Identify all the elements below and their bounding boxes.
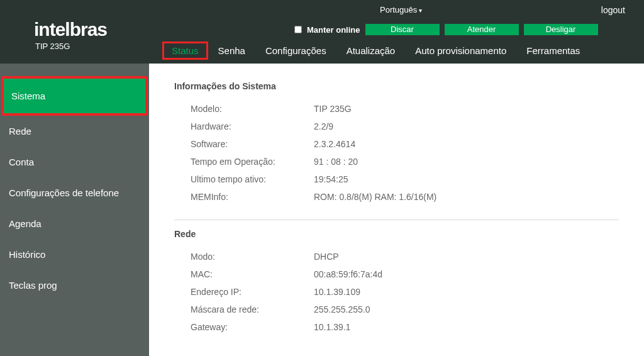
sidebar-item-phone-config[interactable]: Configurações de telefone <box>0 177 149 208</box>
value-mac: 00:a8:59:f6:7a:4d <box>314 269 382 279</box>
row-mac: MAC: 00:a8:59:f6:7a:4d <box>174 265 644 283</box>
tab-tools[interactable]: Ferramentas <box>516 42 590 59</box>
row-mode: Modo: DHCP <box>174 248 644 265</box>
sidebar-item-history[interactable]: Histórico <box>0 239 149 270</box>
section-network: Rede Modo: DHCP MAC: 00:a8:59:f6:7a:4d E… <box>174 229 644 336</box>
content: Informações do Sistema Modelo: TIP 235G … <box>149 64 644 356</box>
row-mask: Máscara de rede: 255.255.255.0 <box>174 301 644 318</box>
sidebar-item-system-wrap: Sistema <box>1 76 148 116</box>
row-hardware: Hardware: 2.2/9 <box>174 118 644 135</box>
label-gateway: Gateway: <box>174 322 314 332</box>
tab-status[interactable]: Status <box>162 42 208 60</box>
label-uptime: Tempo em Operação: <box>174 157 314 167</box>
row-gateway: Gateway: 10.1.39.1 <box>174 318 644 336</box>
sidebar-item-system[interactable]: Sistema <box>4 79 145 113</box>
main: Sistema Rede Conta Configurações de tele… <box>0 64 644 356</box>
value-uptime: 91 : 08 : 20 <box>314 157 358 167</box>
answer-button[interactable]: Atender <box>445 24 519 35</box>
row-uptime: Tempo em Operação: 91 : 08 : 20 <box>174 153 644 170</box>
model-label: TIP 235G <box>35 42 107 51</box>
section-system-info: Informações do Sistema Modelo: TIP 235G … <box>174 81 644 206</box>
value-ip: 10.1.39.109 <box>314 287 360 297</box>
sidebar-item-agenda[interactable]: Agenda <box>0 208 149 239</box>
value-last-active: 19:54:25 <box>314 174 348 184</box>
section-title-system: Informações do Sistema <box>174 81 644 91</box>
label-mac: MAC: <box>174 269 314 279</box>
language-selector[interactable]: Português <box>380 5 422 14</box>
keep-online-checkbox[interactable] <box>294 26 302 33</box>
label-meminfo: MEMInfo: <box>174 192 314 202</box>
keep-online-label: Manter online <box>307 25 360 35</box>
logout-link[interactable]: logout <box>601 5 625 15</box>
value-software: 2.3.2.4614 <box>314 139 355 149</box>
logo-block: intelbras TIP 235G <box>34 19 107 51</box>
dial-button[interactable]: Discar <box>365 24 440 35</box>
sidebar: Sistema Rede Conta Configurações de tele… <box>0 64 149 356</box>
value-mask: 255.255.255.0 <box>314 304 370 314</box>
tab-password[interactable]: Senha <box>208 42 255 59</box>
hangup-button[interactable]: Desligar <box>524 24 598 35</box>
sidebar-item-account[interactable]: Conta <box>0 147 149 177</box>
value-gateway: 10.1.39.1 <box>314 322 350 332</box>
label-ip: Endereço IP: <box>174 287 314 297</box>
value-mode: DHCP <box>314 252 339 262</box>
label-model: Modelo: <box>174 104 314 114</box>
value-meminfo: ROM: 0.8/8(M) RAM: 1.6/16(M) <box>314 192 436 202</box>
label-mode: Modo: <box>174 252 314 262</box>
row-meminfo: MEMInfo: ROM: 0.8/8(M) RAM: 1.6/16(M) <box>174 188 644 206</box>
tab-update[interactable]: Atualização <box>336 42 406 59</box>
label-hardware: Hardware: <box>174 121 314 131</box>
label-last-active: Ultimo tempo ativo: <box>174 174 314 184</box>
brand-logo: intelbras <box>34 19 107 40</box>
sidebar-item-network[interactable]: Rede <box>0 116 149 147</box>
value-hardware: 2.2/9 <box>314 121 333 131</box>
label-software: Software: <box>174 139 314 149</box>
tab-autoprov[interactable]: Auto provisionamento <box>405 42 516 59</box>
row-last-active: Ultimo tempo ativo: 19:54:25 <box>174 170 644 188</box>
label-mask: Máscara de rede: <box>174 304 314 314</box>
value-model: TIP 235G <box>314 104 352 114</box>
divider <box>174 220 619 220</box>
section-title-network: Rede <box>174 229 644 239</box>
top-tabs: Status Senha Configurações Atualização A… <box>162 42 590 60</box>
sidebar-item-progkeys[interactable]: Teclas prog <box>0 270 149 301</box>
tab-config[interactable]: Configurações <box>255 42 336 59</box>
row-ip: Endereço IP: 10.1.39.109 <box>174 283 644 301</box>
row-model: Modelo: TIP 235G <box>174 100 644 118</box>
row-software: Software: 2.3.2.4614 <box>174 135 644 153</box>
header: intelbras TIP 235G Português logout Mant… <box>0 0 644 64</box>
keep-online-row: Manter online Discar Atender Desligar <box>294 24 598 35</box>
